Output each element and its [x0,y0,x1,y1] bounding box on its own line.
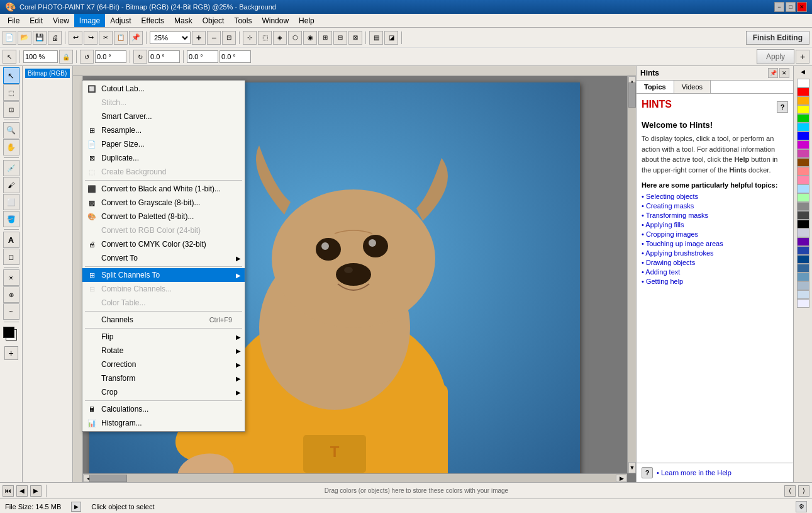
hand-tool[interactable]: ✋ [3,139,19,155]
panel-expand-top[interactable]: ◀ [799,67,806,76]
steel-blue-swatch[interactable] [797,264,809,273]
menu-crop[interactable]: Crop ▶ [82,385,245,399]
very-pale-blue-swatch[interactable] [797,299,809,308]
status-info-button[interactable]: ▶ [71,502,81,512]
maximize-button[interactable]: □ [786,2,796,12]
pos-y-input[interactable] [220,50,251,63]
menu-window[interactable]: Window [257,14,294,27]
menu-adjust[interactable]: Adjust [105,14,136,27]
link-transforming-masks[interactable]: Transforming masks [642,211,788,219]
yellow-swatch[interactable] [797,105,809,114]
undo-button[interactable]: ↩ [69,31,82,45]
tool2[interactable]: ⬚ [258,31,272,45]
add-color-button[interactable]: + [4,346,18,360]
menu-help[interactable]: Help [294,14,320,27]
link-applying-brushstrokes[interactable]: Applying brushstrokes [642,249,788,257]
menu-smart-carver[interactable]: Smart Carver... [82,110,245,123]
menu-tools[interactable]: Tools [229,14,257,27]
menu-mask[interactable]: Mask [169,14,197,27]
light-green-swatch[interactable] [797,193,809,202]
navy-swatch[interactable] [797,246,809,255]
zoom-fit-button[interactable]: ⊡ [222,31,236,45]
bitmap-label[interactable]: Bitmap (RGB) [25,69,70,78]
minimize-button[interactable]: − [774,2,784,12]
hints-help-icon[interactable]: ? [777,101,788,113]
nav-back-button[interactable]: ⟨ [784,485,796,497]
pink-swatch[interactable] [797,149,809,158]
copy-button[interactable]: 📋 [114,31,128,45]
horizontal-scrollbar[interactable]: ◀ ▶ [83,473,627,482]
red-swatch[interactable] [797,87,809,96]
link-cropping-images[interactable]: Cropping images [642,230,788,238]
menu-resample[interactable]: ⊞ Resample... [82,123,245,137]
tool7[interactable]: ⊟ [333,31,347,45]
menu-convert-paletted[interactable]: 🎨 Convert to Paletted (8-bit)... [82,210,245,223]
light-red-swatch[interactable] [797,167,809,176]
gray-swatch[interactable] [797,202,809,211]
tool6[interactable]: ⊞ [318,31,332,45]
print-button[interactable]: 🖨 [48,31,62,45]
eyedropper-tool[interactable]: 💉 [3,160,19,176]
vertical-scrollbar[interactable]: ▲ ▼ [627,76,636,473]
magenta-swatch[interactable] [797,140,809,149]
v-scroll-thumb[interactable] [628,82,636,108]
pos-x-input[interactable] [187,50,218,63]
paste-button[interactable]: 📌 [129,31,143,45]
link-getting-help[interactable]: Getting help [642,278,788,285]
text-tool[interactable]: A [3,232,19,248]
rotation-x-input[interactable] [95,50,126,63]
hints-footer-help-icon[interactable]: ? [642,467,653,478]
smear-tool[interactable]: ~ [3,303,19,320]
menu-object[interactable]: Object [197,14,230,27]
mask-tool[interactable]: ⬚ [3,84,19,101]
apply-button[interactable]: Apply [757,49,794,64]
zoom-value-input[interactable] [23,50,58,63]
hints-pin-button[interactable]: 📌 [768,68,778,78]
tab-topics[interactable]: Topics [637,81,674,93]
rotate-left[interactable]: ↺ [80,50,94,64]
tool10[interactable]: ◪ [384,31,398,45]
menu-convert-gray[interactable]: ▩ Convert to Grayscale (8-bit)... [82,196,245,210]
green-swatch[interactable] [797,114,809,123]
paint-tool[interactable]: 🖌 [3,177,19,193]
dark-blue-swatch[interactable] [797,255,809,264]
clone-tool[interactable]: ⊕ [3,286,19,303]
light-steel-swatch[interactable] [797,281,809,290]
menu-view[interactable]: View [48,14,74,27]
light-purple-swatch[interactable] [797,228,809,237]
link-adding-text[interactable]: Adding text [642,268,788,276]
tool5[interactable]: ◉ [303,31,317,45]
menu-duplicate[interactable]: ⊠ Duplicate... [82,151,245,165]
menu-flip[interactable]: Flip ▶ [82,330,245,344]
menu-convert-bw[interactable]: ⬛ Convert to Black and White (1-bit)... [82,182,245,196]
menu-rotate[interactable]: Rotate ▶ [82,344,245,358]
zoom-out-button[interactable]: − [207,31,221,45]
brown-swatch[interactable] [797,158,809,167]
cyan-swatch[interactable] [797,123,809,132]
zoom-tool[interactable]: 🔍 [3,122,19,138]
rotate-right[interactable]: ↻ [133,50,147,64]
select-tool[interactable]: ↖ [3,50,16,64]
tool3[interactable]: ◈ [273,31,287,45]
nav-prev-button[interactable]: ◀ [16,485,28,497]
light-blue-swatch[interactable] [797,184,809,193]
status-icon[interactable]: ⚙ [796,501,807,512]
menu-paper-size[interactable]: 📄 Paper Size... [82,137,245,151]
link-applying-fills[interactable]: Applying fills [642,221,788,228]
black-swatch[interactable] [797,220,809,228]
lock-btn[interactable]: 🔒 [59,50,73,64]
menu-transform[interactable]: Transform ▶ [82,371,245,385]
foreground-color[interactable] [3,327,19,343]
learn-more-link[interactable]: Learn more in the Help [657,469,731,476]
menu-cutout-lab[interactable]: 🔲 Cutout Lab... [82,82,245,96]
menu-edit[interactable]: Edit [25,14,48,27]
tool1[interactable]: ⊹ [243,31,257,45]
zoom-in-button[interactable]: + [192,31,206,45]
menu-split-channels[interactable]: ⊞ Split Channels To ▶ [82,268,245,282]
nav-next-button[interactable]: ▶ [30,485,42,497]
link-creating-masks[interactable]: Creating masks [642,202,788,210]
nav-fwd-button[interactable]: ⟩ [798,485,809,497]
hints-close-button[interactable]: ✕ [779,68,789,78]
menu-calculations[interactable]: 🖩 Calculations... [82,402,245,416]
rose-swatch[interactable] [797,176,809,184]
